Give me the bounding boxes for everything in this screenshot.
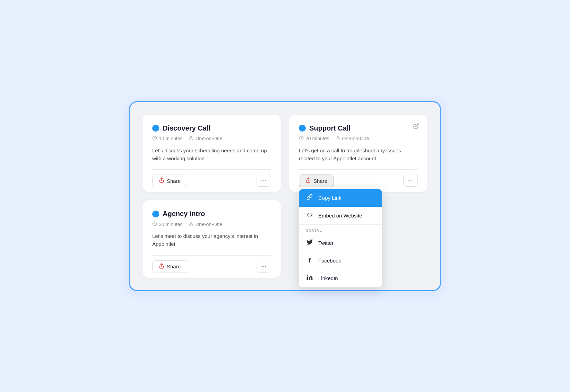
copy-link-label: Copy Link [318,195,342,201]
type-meta: One-on-One [189,136,222,142]
discovery-call-header: Discovery Call [152,124,271,132]
share-icon [305,177,311,184]
support-call-footer: Share Copy Link [299,169,418,192]
status-dot [152,211,159,217]
clock-icon [152,221,157,227]
linkedin-item[interactable]: LinkedIn [299,269,382,287]
svg-point-8 [307,275,308,276]
discovery-more-button[interactable]: ··· [257,175,271,187]
clock-icon [299,136,304,142]
twitter-item[interactable]: Twitter [299,234,382,252]
agency-share-button[interactable]: Share [152,260,187,273]
svg-point-1 [190,136,192,138]
share-label: Share [313,178,327,184]
clock-icon [152,136,157,142]
duration-label: 30 minutes [159,222,182,227]
support-call-card: Support Call 20 minutes One-on-One [289,115,428,192]
discovery-share-button[interactable]: Share [152,175,187,187]
share-label: Share [167,264,181,269]
duration-meta: 10 minutes [152,136,182,142]
cards-grid: Discovery Call 10 minutes One-on-One [142,115,428,278]
type-label: One-on-One [195,222,222,227]
type-label: One-on-One [342,136,369,141]
external-link-icon[interactable] [413,123,419,131]
agency-intro-desc: Let's meet to discuss your agency's inte… [152,232,271,248]
type-meta: One-on-One [335,136,369,142]
duration-meta: 20 minutes [299,136,329,142]
duration-label: 20 minutes [305,136,329,141]
person-icon [335,136,340,142]
type-meta: One-on-One [189,221,222,227]
duration-label: 10 minutes [159,136,182,141]
social-section-label: SOCIAL [299,225,382,234]
support-more-button[interactable]: ··· [403,175,418,187]
agency-intro-header: Agency intro [152,210,271,218]
share-label: Share [167,178,181,184]
support-call-title: Support Call [309,124,351,132]
agency-intro-meta: 30 minutes One-on-One [152,221,271,227]
share-dropdown-menu: Copy Link Embed on Website SOCIAL [299,189,382,287]
agency-more-button[interactable]: ··· [257,261,271,273]
twitter-label: Twitter [318,240,334,246]
agency-intro-title: Agency intro [163,210,205,218]
discovery-call-footer: Share ··· [152,169,271,192]
facebook-item[interactable]: f Facebook [299,252,382,269]
embed-item[interactable]: Embed on Website [299,207,382,224]
copy-link-item[interactable]: Copy Link [299,189,382,207]
person-icon [189,221,193,227]
linkedin-label: LinkedIn [318,275,338,281]
link-icon [306,194,313,202]
type-label: One-on-One [195,136,222,141]
svg-line-3 [416,124,418,126]
support-call-header: Support Call [299,124,418,132]
support-call-desc: Let's get on a call to troubleshoot any … [299,146,418,163]
agency-intro-card: Agency intro 30 minutes One-on-One [142,200,281,278]
svg-point-10 [190,222,192,224]
status-dot [299,125,306,132]
share-dropdown-wrapper: Share Copy Link [299,175,334,187]
svg-point-5 [337,136,339,138]
discovery-call-title: Discovery Call [163,124,210,132]
share-icon [159,177,164,184]
person-icon [189,136,193,142]
facebook-icon: f [306,257,313,264]
facebook-label: Facebook [318,258,341,264]
main-container: Discovery Call 10 minutes One-on-One [129,101,441,291]
discovery-call-card: Discovery Call 10 minutes One-on-One [142,115,281,192]
status-dot [152,125,159,132]
duration-meta: 30 minutes [152,221,182,227]
share-icon [159,263,164,270]
discovery-call-desc: Let's discuss your scheduling needs and … [152,146,271,163]
support-call-meta: 20 minutes One-on-One [299,136,418,142]
discovery-call-meta: 10 minutes One-on-One [152,136,271,142]
twitter-icon [306,239,313,247]
agency-intro-footer: Share ··· [152,255,271,278]
code-icon [306,212,313,220]
linkedin-icon [306,274,313,283]
embed-label: Embed on Website [318,213,362,219]
svg-rect-7 [307,277,308,280]
support-share-button[interactable]: Share [299,175,334,187]
